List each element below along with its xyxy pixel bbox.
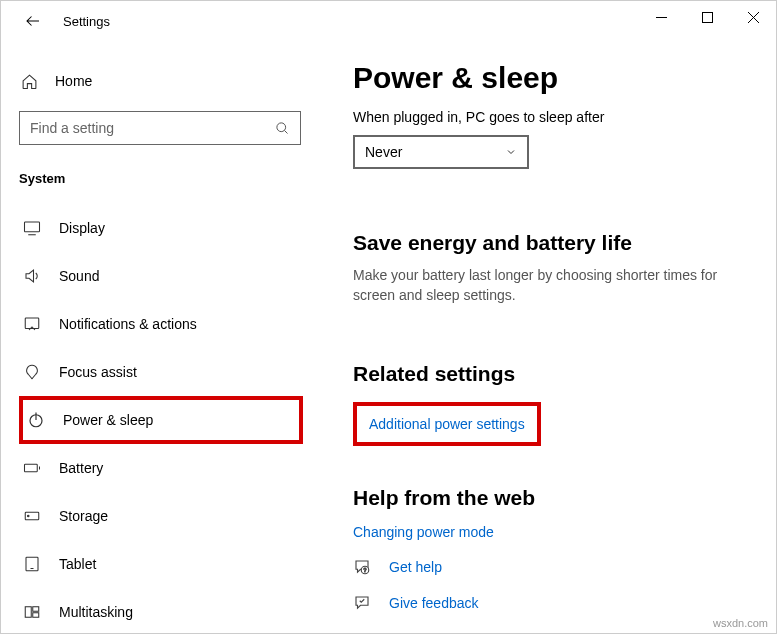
search-input[interactable] <box>30 120 275 136</box>
sidebar-item-tablet[interactable]: Tablet <box>19 540 303 588</box>
feedback-link[interactable]: Give feedback <box>389 595 479 611</box>
svg-line-5 <box>284 130 287 133</box>
home-icon <box>19 73 39 90</box>
svg-rect-18 <box>33 607 39 612</box>
svg-point-4 <box>277 122 286 131</box>
sleep-value: Never <box>365 144 402 160</box>
search-box[interactable] <box>19 111 301 145</box>
focus-icon <box>21 363 43 381</box>
related-title: Related settings <box>353 362 744 386</box>
sidebar-item-notifications[interactable]: Notifications & actions <box>19 300 303 348</box>
sound-icon <box>21 267 43 285</box>
svg-rect-6 <box>25 222 40 232</box>
window-title: Settings <box>63 14 110 29</box>
multitasking-icon <box>21 603 43 621</box>
main-pane: Power & sleep When plugged in, PC goes t… <box>321 41 776 633</box>
svg-text:?: ? <box>364 567 367 573</box>
get-help-link[interactable]: Get help <box>389 559 442 575</box>
additional-power-link[interactable]: Additional power settings <box>369 416 525 432</box>
svg-rect-11 <box>25 464 38 472</box>
sidebar-item-sound[interactable]: Sound <box>19 252 303 300</box>
sleep-dropdown[interactable]: Never <box>353 135 529 169</box>
close-button[interactable] <box>730 1 776 33</box>
svg-rect-1 <box>702 12 712 22</box>
tablet-icon <box>21 555 43 573</box>
power-icon <box>25 411 47 429</box>
notifications-icon <box>21 315 43 333</box>
sidebar-item-display[interactable]: Display <box>19 204 303 252</box>
battery-icon <box>21 459 43 477</box>
svg-rect-19 <box>33 613 39 618</box>
sidebar-item-label: Notifications & actions <box>59 316 197 332</box>
sidebar: Home System Display Sound Notifications … <box>1 41 321 633</box>
sidebar-item-label: Display <box>59 220 105 236</box>
sidebar-item-label: Power & sleep <box>63 412 153 428</box>
home-label: Home <box>55 73 92 89</box>
storage-icon <box>21 507 43 525</box>
sidebar-item-label: Multitasking <box>59 604 133 620</box>
svg-point-14 <box>28 515 30 517</box>
chat-icon: ? <box>353 558 375 576</box>
sidebar-item-storage[interactable]: Storage <box>19 492 303 540</box>
sidebar-item-label: Tablet <box>59 556 96 572</box>
sidebar-item-multitasking[interactable]: Multitasking <box>19 588 303 634</box>
sidebar-item-power[interactable]: Power & sleep <box>19 396 303 444</box>
sidebar-item-label: Focus assist <box>59 364 137 380</box>
save-energy-title: Save energy and battery life <box>353 231 744 255</box>
sidebar-item-battery[interactable]: Battery <box>19 444 303 492</box>
watermark: wsxdn.com <box>713 617 768 629</box>
feedback-icon <box>353 594 375 612</box>
save-energy-desc: Make your battery last longer by choosin… <box>353 265 743 306</box>
sleep-label: When plugged in, PC goes to sleep after <box>353 109 744 125</box>
changing-power-mode-link[interactable]: Changing power mode <box>353 524 494 540</box>
help-title: Help from the web <box>353 486 744 510</box>
sidebar-item-label: Battery <box>59 460 103 476</box>
maximize-button[interactable] <box>684 1 730 33</box>
back-button[interactable] <box>17 5 49 37</box>
home-nav[interactable]: Home <box>19 63 303 99</box>
minimize-button[interactable] <box>638 1 684 33</box>
section-title: System <box>19 171 303 186</box>
additional-power-link-highlight: Additional power settings <box>353 402 541 446</box>
sidebar-item-focus[interactable]: Focus assist <box>19 348 303 396</box>
sidebar-item-label: Sound <box>59 268 99 284</box>
sidebar-item-label: Storage <box>59 508 108 524</box>
svg-rect-17 <box>25 607 31 618</box>
chevron-down-icon <box>505 146 517 158</box>
page-title: Power & sleep <box>353 61 744 95</box>
display-icon <box>21 219 43 237</box>
search-icon <box>275 121 290 136</box>
